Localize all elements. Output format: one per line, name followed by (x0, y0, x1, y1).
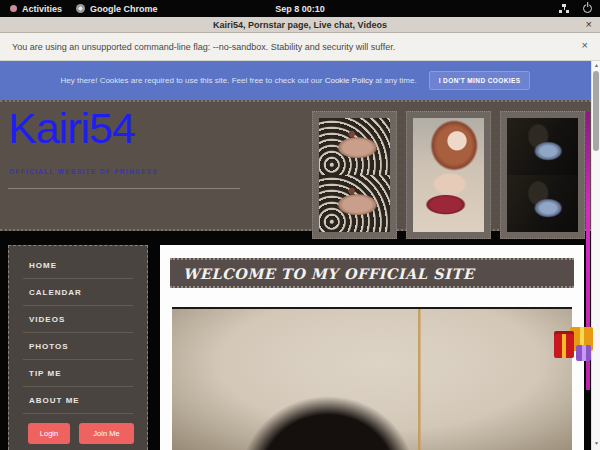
cookie-message: Hey there! Cookies are required to use t… (61, 76, 417, 85)
gift-purple-box (576, 345, 591, 361)
browser-viewport: Hey there! Cookies are required to use t… (0, 61, 600, 450)
window-title: Kairi54, Pornstar page, Live chat, Video… (213, 20, 387, 30)
gift-red-box (554, 334, 574, 358)
sidebar-item-photos[interactable]: PHOTOS (23, 333, 133, 360)
page-scrollbar[interactable]: ▲ ▼ (591, 61, 600, 450)
screen: Activities Google Chrome Sep 8 00:10 Kai… (0, 0, 600, 450)
scrollbar-thumb[interactable] (593, 71, 599, 151)
cookie-message-post: at any time. (373, 76, 417, 85)
cookie-message-pre: Hey there! Cookies are required to use t… (61, 76, 325, 85)
cookie-consent-bar: Hey there! Cookies are required to use t… (0, 61, 591, 100)
welcome-heading-bar: WELCOME TO MY OFFICIAL SITE (170, 258, 574, 288)
network-icon[interactable] (559, 4, 569, 13)
cookie-accept-button[interactable]: I DON'T MIND COOKIES (429, 71, 531, 90)
clock-button[interactable]: Sep 8 00:10 (0, 4, 600, 14)
gnome-top-bar: Activities Google Chrome Sep 8 00:10 (0, 0, 600, 17)
infobar-close-icon[interactable]: × (582, 39, 588, 51)
window-close-icon[interactable]: × (586, 17, 592, 33)
main-content: WELCOME TO MY OFFICIAL SITE (160, 245, 584, 450)
photo-dark-image (507, 118, 578, 232)
web-page: Kairi54 OFFICIALL WEBSITE OF PRINCESS (0, 100, 591, 450)
photo-selfie-image (413, 118, 484, 232)
welcome-heading: WELCOME TO MY OFFICIAL SITE (183, 265, 474, 282)
site-tagline: OFFICIALL WEBSITE OF PRINCESS (9, 168, 158, 175)
join-me-button[interactable]: Join Me (79, 423, 134, 444)
header-photo-thumbnail-1[interactable] (312, 111, 397, 239)
login-button[interactable]: Login (28, 423, 70, 444)
photo-bedroom-image (319, 118, 390, 232)
gift-icon (553, 327, 595, 364)
sidebar-item-tip-me[interactable]: TIP ME (23, 360, 133, 387)
scrollbar-up-icon[interactable]: ▲ (592, 61, 600, 70)
window-titlebar: Kairi54, Pornstar page, Live chat, Video… (0, 17, 600, 33)
power-icon[interactable] (583, 4, 592, 13)
sidebar-nav: HOME CALENDAR VIDEOS PHOTOS TIP ME ABOUT… (8, 245, 148, 450)
header-photo-row (312, 111, 585, 239)
sandbox-warning-infobar: You are using an unsupported command-lin… (0, 33, 600, 61)
main-content-photo (172, 307, 572, 450)
sandbox-warning-text: You are using an unsupported command-lin… (12, 42, 395, 52)
sidebar-item-calendar[interactable]: CALENDAR (23, 279, 133, 306)
cookie-policy-link[interactable]: Cookie Policy (325, 76, 373, 85)
sidebar-item-about-me[interactable]: ABOUT ME (23, 387, 133, 414)
sidebar-item-home[interactable]: HOME (23, 252, 133, 279)
header-photo-thumbnail-3[interactable] (500, 111, 585, 239)
sidebar-item-videos[interactable]: VIDEOS (23, 306, 133, 333)
site-logo[interactable]: Kairi54 (8, 104, 135, 153)
header-divider (8, 188, 240, 189)
scrollbar-down-icon[interactable]: ▼ (592, 439, 600, 448)
header-photo-thumbnail-2[interactable] (406, 111, 491, 239)
